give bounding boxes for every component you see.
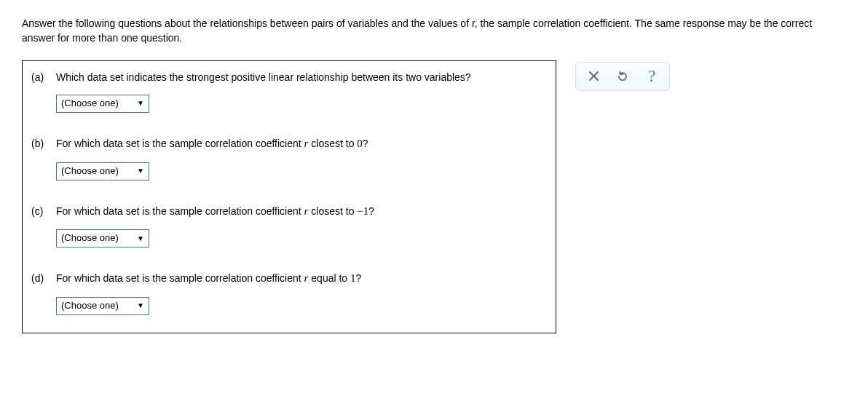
question-a: (a) Which data set indicates the stronge… [23,61,556,120]
question-c: (c) For which data set is the sample cor… [23,188,556,255]
dropdown-b[interactable]: (Choose one) ▼ [56,162,149,181]
chevron-down-icon: ▼ [137,301,144,312]
toolbox: ? [575,62,670,91]
question-d: (d) For which data set is the sample cor… [23,255,556,333]
question-b-text: For which data set is the sample correla… [56,136,547,152]
dropdown-a-label: (Choose one) [61,97,119,111]
question-c-label: (c) [31,204,56,248]
instructions-text: Answer the following questions about the… [22,16,846,46]
dropdown-a[interactable]: (Choose one) ▼ [56,95,149,113]
clear-button[interactable] [579,64,608,89]
question-a-label: (a) [31,70,56,113]
question-c-text: For which data set is the sample correla… [56,204,547,220]
question-b-label: (b) [31,136,56,181]
dropdown-c[interactable]: (Choose one) ▼ [56,229,149,247]
close-icon [588,71,599,82]
question-d-label: (d) [31,271,56,315]
dropdown-d[interactable]: (Choose one) ▼ [56,297,149,315]
reset-button[interactable] [608,64,637,89]
question-b: (b) For which data set is the sample cor… [23,120,556,188]
reset-icon [616,70,629,83]
question-a-text: Which data set indicates the strongest p… [56,70,547,84]
dropdown-c-label: (Choose one) [61,231,119,245]
dropdown-b-label: (Choose one) [61,165,119,178]
content-row: (a) Which data set indicates the stronge… [22,60,846,334]
dropdown-d-label: (Choose one) [61,299,119,313]
question-box: (a) Which data set indicates the stronge… [22,60,556,334]
help-icon: ? [648,63,656,89]
help-button[interactable]: ? [637,64,666,89]
chevron-down-icon: ▼ [137,234,144,245]
chevron-down-icon: ▼ [137,98,144,109]
question-d-text: For which data set is the sample correla… [56,271,547,287]
chevron-down-icon: ▼ [137,166,144,177]
